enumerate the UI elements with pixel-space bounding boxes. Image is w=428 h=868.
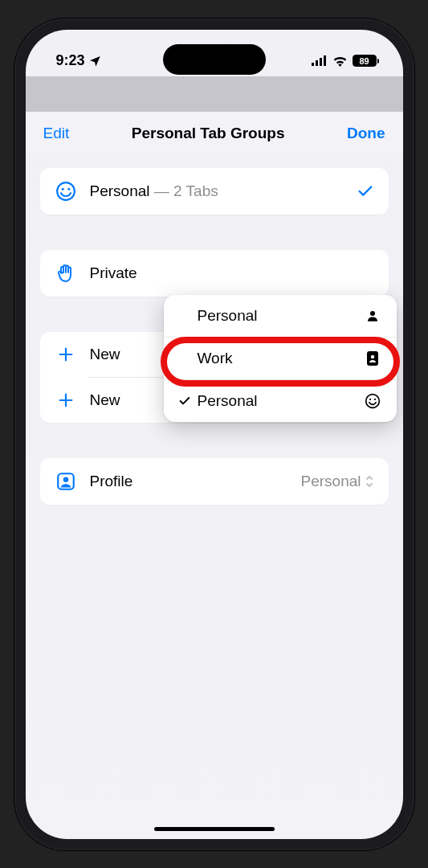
sheet-grabber-area [26, 76, 403, 112]
done-button[interactable]: Done [347, 125, 385, 142]
nav-header: Edit Personal Tab Groups Done [26, 112, 403, 154]
cellular-icon [312, 55, 328, 66]
popup-item-label: Personal [198, 307, 363, 325]
plus-icon [55, 391, 77, 409]
profile-value: Personal [301, 473, 361, 490]
popup-item-label: Personal [198, 392, 363, 410]
svg-rect-0 [312, 63, 314, 66]
phone-screen: 9:23 89 Edit Personal Ta [26, 30, 403, 839]
popup-item-personal-checked[interactable]: Personal [164, 379, 397, 422]
smiley-icon [55, 181, 77, 202]
badge-icon [363, 350, 382, 366]
svg-rect-3 [324, 55, 326, 66]
page-title: Personal Tab Groups [132, 125, 285, 142]
profile-card[interactable]: Profile Personal [40, 458, 389, 505]
battery-level: 89 [353, 55, 377, 67]
plus-icon [55, 346, 77, 363]
profile-card-icon [55, 471, 77, 492]
wifi-icon [332, 55, 348, 67]
person-icon [363, 309, 382, 323]
svg-point-5 [61, 187, 63, 190]
svg-point-13 [369, 398, 371, 399]
popup-item-personal[interactable]: Personal [164, 295, 397, 337]
popup-item-work[interactable]: Work [164, 337, 397, 379]
checkmark-icon [178, 395, 198, 407]
dynamic-island [163, 44, 266, 75]
home-indicator[interactable] [154, 827, 275, 831]
svg-point-8 [63, 477, 68, 482]
battery-icon: 89 [353, 55, 379, 67]
tab-group-personal-card[interactable]: Personal — 2 Tabs [40, 168, 389, 215]
svg-point-4 [57, 182, 75, 200]
checkmark-icon [357, 182, 374, 200]
profile-label: Profile [90, 473, 301, 490]
svg-rect-2 [320, 58, 322, 66]
edit-button[interactable]: Edit [43, 125, 70, 142]
personal-group-label: Personal — 2 Tabs [90, 182, 357, 200]
svg-point-6 [67, 187, 70, 190]
location-icon [88, 55, 101, 68]
svg-rect-1 [316, 60, 318, 66]
svg-point-14 [373, 398, 375, 399]
svg-point-9 [370, 311, 375, 316]
private-group-label: Private [90, 264, 374, 282]
popup-item-label: Work [198, 350, 363, 367]
tab-group-private-card[interactable]: Private [40, 250, 389, 297]
chevron-up-down-icon [365, 474, 374, 489]
content-area: Personal — 2 Tabs Private [26, 154, 403, 505]
svg-point-12 [365, 394, 379, 407]
phone-frame: 9:23 89 Edit Personal Ta [14, 18, 414, 850]
status-time: 9:23 [56, 52, 85, 69]
smiley-outline-icon [363, 393, 382, 409]
profile-popup-menu: Personal Work Personal [164, 295, 397, 422]
svg-point-11 [370, 354, 373, 358]
hand-icon [55, 263, 77, 284]
status-right: 89 [312, 55, 379, 67]
status-left: 9:23 [56, 52, 101, 69]
